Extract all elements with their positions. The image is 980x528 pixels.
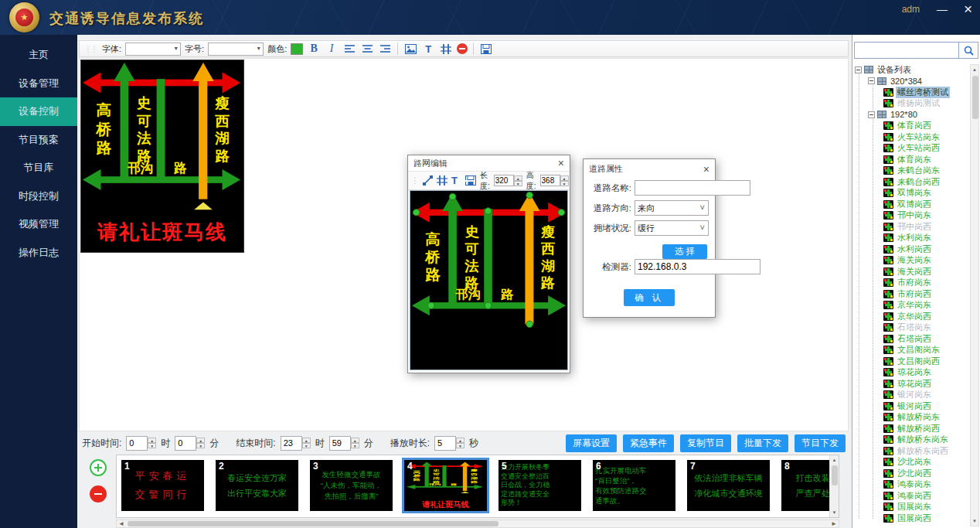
tree-device-解放桥东岗西[interactable]: 解放桥东岗西 [852,445,970,457]
tree-device-鸿泰岗西[interactable]: 鸿泰岗西 [852,490,970,502]
playlist-horizontal-scrollbar[interactable]: ◄ ► [116,519,839,528]
add-program-button[interactable] [90,459,107,476]
scroll-up-icon[interactable]: ▲ [971,65,978,74]
insert-image-icon[interactable] [403,43,417,56]
tree-device-来鹤台岗西[interactable]: 来鹤台岗西 [852,176,970,188]
scroll-down-icon[interactable]: ▼ [971,516,978,526]
action-button-批量下发[interactable]: 批量下发 [737,434,788,452]
tree-device-火车站岗东[interactable]: 火车站岗东 [852,131,970,143]
tree-device-海关岗东[interactable]: 海关岗东 [852,255,970,267]
edit-canvas[interactable]: 高桥路史可法路瘦西湖路邗沟路 请礼让斑马线 路网编辑 × ⋮ T 长度: [79,58,849,431]
font-dropdown[interactable] [125,43,181,56]
confirm-button[interactable]: 确 认 [624,289,675,306]
detector-input[interactable] [635,259,761,274]
end-hour-input[interactable] [281,436,302,451]
playlist-thumb-4[interactable]: 4高桥路史可法路瘦西湖路邗沟路请礼让斑马线 [404,460,487,511]
italic-button[interactable]: I [325,43,339,56]
scroll-right-icon[interactable]: ► [829,520,839,527]
tree-device-沙北岗西[interactable]: 沙北岗西 [852,468,970,479]
tree-device-火车站岗西[interactable]: 火车站岗西 [852,143,970,155]
tree-device-解放桥岗东[interactable]: 解放桥岗东 [852,412,970,424]
tree-device-海关岗西[interactable]: 海关岗西 [852,266,970,278]
tree-device-双博岗东[interactable]: 双博岗东 [852,188,970,199]
tree-device-文昌阁岗西[interactable]: 文昌阁岗西 [852,356,970,367]
tree-device-双博岗西[interactable]: 双博岗西 [852,199,970,210]
tree-device-螺丝湾桥测试[interactable]: 螺丝湾桥测试 [852,87,970,98]
tree-device-体育岗东[interactable]: 体育岗东 [852,154,970,165]
scroll-up-icon[interactable]: ▲ [830,455,839,465]
end-min-input[interactable] [329,436,351,451]
scroll-left-icon[interactable]: ◄ [117,520,126,527]
tree-device-维扬岗测试[interactable]: 维扬岗测试 [852,98,970,110]
tree-device-鸿泰岗东[interactable]: 鸿泰岗东 [852,479,970,491]
playlist-thumb-2[interactable]: 2春运安全连万家出行平安靠大家 [216,460,298,511]
sidebar-item-视频管理[interactable]: 视频管理 [0,210,77,239]
remove-program-button[interactable] [90,485,107,502]
roadnet-canvas[interactable]: 高桥路史可法路瘦西湖路邗沟路 [410,190,568,370]
text-tool-button[interactable]: T [421,43,435,56]
save-icon[interactable] [479,43,493,56]
align-center-icon[interactable] [360,43,374,56]
tree-collapse-icon[interactable] [868,111,875,118]
action-button-复制节目[interactable]: 复制节目 [680,434,731,452]
start-min-input[interactable] [175,436,196,451]
tree-device-体育岗西[interactable]: 体育岗西 [852,121,970,132]
tree-scrollbar[interactable]: ▲ ▼ [970,64,979,526]
size-dropdown[interactable] [208,43,264,56]
logged-in-user[interactable]: adm [902,4,920,15]
tree-device-邗中岗东[interactable]: 邗中岗东 [852,210,970,222]
minimize-icon[interactable]: — [937,3,948,15]
props-close-icon[interactable]: × [703,164,709,175]
sidebar-item-节目库[interactable]: 节目库 [0,154,77,182]
tree-collapse-icon[interactable] [855,66,862,73]
tree-device-解放桥东岗东[interactable]: 解放桥东岗东 [852,434,970,446]
search-button[interactable] [959,42,978,59]
congestion-select[interactable]: 缓行 [635,220,709,236]
tree-device-市府岗东[interactable]: 市府岗东 [852,278,970,289]
playlist-thumb-6[interactable]: 6扎实开展电动车“百日整治”，有效预防道路交通事故。 [593,460,675,511]
tree-device-来鹤台岗东[interactable]: 来鹤台岗东 [852,165,970,177]
height-stepper[interactable]: ▲▼ [540,175,569,186]
bold-button[interactable]: B [307,43,321,56]
playlist-vertical-scrollbar[interactable]: ▲ ▼ [829,455,839,517]
road-name-input[interactable] [635,180,750,196]
tree-group-192*80[interactable]: 192*80 [852,109,970,121]
device-search-input[interactable] [854,42,959,59]
tree-device-银河岗东[interactable]: 银河岗东 [852,390,970,401]
align-right-icon[interactable] [378,43,392,56]
start-hour-input[interactable] [126,436,148,451]
tree-device-国展岗西[interactable]: 国展岗西 [852,513,970,524]
action-button-屏幕设置[interactable]: 屏幕设置 [566,434,617,452]
road-tool-icon[interactable] [439,43,453,56]
sidebar-item-节目预案[interactable]: 节目预案 [0,126,77,155]
sidebar-item-主页[interactable]: 主页 [0,41,77,70]
tree-device-国展岗东[interactable]: 国展岗东 [852,502,970,513]
sidebar-item-时段控制[interactable]: 时段控制 [0,182,77,211]
tree-device-沙北岗东[interactable]: 沙北岗东 [852,457,970,468]
tree-device-水利岗西[interactable]: 水利岗西 [852,244,970,255]
tree-collapse-icon[interactable] [868,77,875,84]
align-left-icon[interactable] [342,43,356,56]
sidebar-item-设备管理[interactable]: 设备管理 [0,70,77,98]
tree-device-琼花岗东[interactable]: 琼花岗东 [852,367,970,379]
tree-device-邗中岗西[interactable]: 邗中岗西 [852,221,970,233]
tree-root[interactable]: 设备列表 [852,64,970,76]
playlist-thumb-7[interactable]: 7依法治理非标车辆净化城市交通环境 [687,460,770,511]
length-stepper[interactable]: ▲▼ [494,175,522,186]
playlist-thumb-3[interactable]: 3发生轻微交通事故“人未伤，车能动，先拍照，后撤离” [310,460,393,511]
action-button-紧急事件[interactable]: 紧急事件 [623,434,674,452]
tree-device-水利岗东[interactable]: 水利岗东 [852,233,970,244]
draw-line-icon[interactable] [423,174,433,187]
playlist-thumb-5[interactable]: 5大力开展秋冬季交通安全整治百日会战，全力稳定道路交通安全形势！ [499,460,581,511]
length-input[interactable] [494,175,514,186]
tree-device-京华岗东[interactable]: 京华岗东 [852,300,970,312]
close-icon[interactable]: × [964,1,972,18]
tree-device-文昌阁岗东[interactable]: 文昌阁岗东 [852,345,970,356]
traffic-sign-preview[interactable]: 高桥路史可法路瘦西湖路邗沟路 请礼让斑马线 [80,60,244,253]
playlist-thumb-1[interactable]: 1平安春运交警同行 [121,460,204,511]
color-swatch[interactable] [291,43,303,55]
tree-device-京华岗西[interactable]: 京华岗西 [852,311,970,322]
delete-tool-icon[interactable] [457,43,468,54]
tree-device-银河岗西[interactable]: 银河岗西 [852,400,970,412]
scroll-down-icon[interactable]: ▼ [830,508,839,517]
